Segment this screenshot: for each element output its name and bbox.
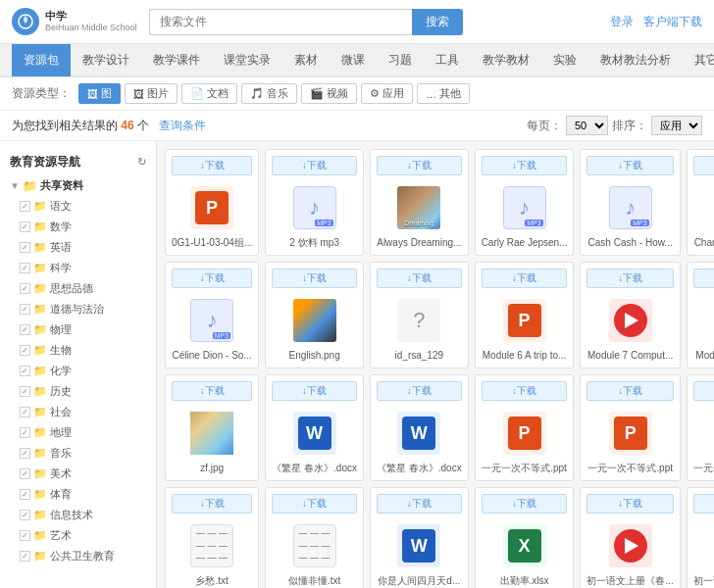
file-item[interactable]: ↓下载 ♪ MP3 Céline Dion - So... [165, 262, 259, 368]
sidebar-item-语文[interactable]: ✓📁语文 [0, 196, 156, 217]
sidebar-item-物理[interactable]: ✓📁物理 [0, 319, 156, 340]
sidebar-item-英语[interactable]: ✓📁英语 [0, 237, 156, 258]
download-button[interactable]: ↓下载 [272, 269, 357, 288]
file-item[interactable]: ↓下载 W Module1 My clas... [687, 262, 714, 368]
filter-bar: 资源类型： 🖼图🖼图片📄文档🎵音乐🎬视频⚙应用…其他 [0, 77, 714, 111]
nav-tab-11[interactable]: 其它 [683, 44, 714, 76]
download-button[interactable]: ↓下载 [172, 381, 252, 401]
sidebar-item-数学[interactable]: ✓📁数学 [0, 217, 156, 237]
refine-link[interactable]: 查询条件 [159, 118, 206, 134]
file-item[interactable]: ↓下载 P 一元一次不等式.ppt [475, 374, 575, 481]
nav-tab-9[interactable]: 实验 [541, 44, 588, 76]
filter-btn-应用[interactable]: ⚙应用 [361, 83, 413, 104]
sidebar-item-公共卫生教育[interactable]: ✓📁公共卫生教育 [0, 546, 156, 566]
filter-btn-音乐[interactable]: 🎵音乐 [241, 83, 297, 104]
file-item[interactable]: ↓下载 一元一次不等式组... [687, 374, 714, 481]
file-name: zf.jpg [172, 462, 252, 474]
file-item[interactable]: ↓下载 ♪ MP3 2 饮料 mp3 [265, 149, 364, 256]
file-item[interactable]: ↓下载 zf.jpg [165, 374, 259, 481]
download-button[interactable]: ↓下载 [377, 494, 462, 514]
file-item[interactable]: ↓下载 初一语文上册《春... [580, 487, 680, 588]
sidebar-item-科学[interactable]: ✓📁科学 [0, 258, 156, 278]
filter-btn-图片[interactable]: 🖼图片 [125, 83, 178, 104]
sidebar-item-信息技术[interactable]: ✓📁信息技术 [0, 505, 156, 525]
sidebar-refresh-icon[interactable]: ↻ [137, 156, 146, 169]
sidebar-item-社会[interactable]: ✓📁社会 [0, 402, 156, 422]
filter-btn-文档[interactable]: 📄文档 [181, 83, 237, 104]
file-item[interactable]: ↓下载 Dreaming Always Dreaming... [370, 149, 469, 256]
file-item[interactable]: ↓下载 W 《繁星 春水》.docx [370, 374, 469, 481]
file-item[interactable]: ↓下载 X 出勤率.xlsx [475, 487, 575, 588]
login-link[interactable]: 登录 [610, 14, 634, 30]
sidebar-item-化学[interactable]: ✓📁化学 [0, 361, 156, 381]
download-button[interactable]: ↓下载 [482, 381, 568, 401]
filter-btn-视频[interactable]: 🎬视频 [301, 83, 357, 104]
download-button[interactable]: ↓下载 [172, 156, 252, 175]
sidebar-item-地理[interactable]: ✓📁地理 [0, 422, 156, 443]
nav-tab-3[interactable]: 课堂实录 [212, 44, 282, 76]
sidebar-item-美术[interactable]: ✓📁美术 [0, 464, 156, 484]
sidebar-item-道德与法治[interactable]: ✓📁道德与法治 [0, 299, 156, 319]
sidebar-item-体育[interactable]: ✓📁体育 [0, 484, 156, 505]
nav-tab-7[interactable]: 工具 [424, 44, 471, 76]
download-button[interactable]: ↓下载 [693, 494, 714, 514]
file-item[interactable]: ↓下载 P 一元一次不等式.ppt [580, 374, 680, 481]
sidebar-item-音乐[interactable]: ✓📁音乐 [0, 443, 156, 464]
nav-tab-1[interactable]: 教学设计 [71, 44, 141, 76]
nav-tab-8[interactable]: 教学教材 [471, 44, 541, 76]
sidebar-item-艺术[interactable]: ✓📁艺术 [0, 525, 156, 546]
file-item[interactable]: ↓下载 ♪ MP3 Cash Cash - How... [580, 149, 680, 256]
download-button[interactable]: ↓下载 [272, 381, 357, 401]
file-item[interactable]: ↓下载 P 0G1-U1-03-04组... [165, 149, 259, 256]
file-item[interactable]: ↓下载 ? id_rsa_129 [370, 262, 469, 368]
nav-tab-6[interactable]: 习题 [377, 44, 424, 76]
download-button[interactable]: ↓下载 [172, 494, 252, 514]
file-thumbnail: ♪ MP3 [187, 296, 236, 345]
search-button[interactable]: 搜索 [412, 9, 463, 35]
file-item[interactable]: ↓下载 W 《繁星 春水》.docx [265, 374, 364, 481]
sort-select[interactable]: 应用 [651, 116, 702, 135]
nav-tab-5[interactable]: 微课 [330, 44, 377, 76]
filter-btn-其他[interactable]: …其他 [417, 83, 470, 104]
download-button[interactable]: ↓下载 [586, 156, 673, 175]
download-button[interactable]: ↓下载 [482, 156, 568, 175]
filter-btn-图[interactable]: 🖼图 [78, 83, 121, 104]
per-page-select[interactable]: 50 [566, 116, 608, 135]
download-button[interactable]: ↓下载 [482, 494, 568, 514]
download-button[interactable]: ↓下载 [172, 269, 252, 288]
sidebar-item-生物[interactable]: ✓📁生物 [0, 340, 156, 361]
nav-tab-4[interactable]: 素材 [282, 44, 330, 76]
download-button[interactable]: ↓下载 [586, 269, 673, 288]
main-layout: 教育资源导航 ↻ ▼📁共享资料✓📁语文✓📁数学✓📁英语✓📁科学✓📁思想品德✓📁道… [0, 141, 714, 588]
download-button[interactable]: ↓下载 [377, 381, 462, 401]
content-area: ↓下载 P 0G1-U1-03-04组... ↓下载 ♪ MP3 2 饮料 mp… [157, 141, 714, 588]
file-item[interactable]: ↓下载 — — —— — —— — — 乡愁.txt [165, 487, 259, 588]
download-button[interactable]: ↓下载 [272, 494, 357, 514]
download-button[interactable]: ↓下载 [482, 269, 568, 288]
search-input[interactable] [149, 9, 412, 35]
download-button[interactable]: ↓下载 [693, 269, 714, 288]
nav-tab-10[interactable]: 教材教法分析 [588, 44, 683, 76]
nav-tab-2[interactable]: 教学课件 [141, 44, 212, 76]
file-item[interactable]: ↓下载 ♪ MP3 Carly Rae Jepsen... [475, 149, 575, 256]
sidebar-item-历史[interactable]: ✓📁历史 [0, 381, 156, 402]
file-item[interactable]: ↓下载 初一语文上册《济... [687, 487, 714, 588]
download-button[interactable]: ↓下载 [586, 494, 673, 514]
sidebar-item-思想品德[interactable]: ✓📁思想品德 [0, 278, 156, 299]
download-button[interactable]: ↓下载 [586, 381, 673, 401]
download-button[interactable]: ↓下载 [693, 156, 714, 175]
download-button[interactable]: ↓下载 [272, 156, 357, 175]
download-button[interactable]: ↓下载 [377, 269, 462, 288]
file-item[interactable]: ↓下载 ♪ MP3 Chance - Right W... [687, 149, 714, 256]
sidebar-item-shared[interactable]: ▼📁共享资料 [0, 175, 156, 196]
file-item[interactable]: ↓下载 English.png [265, 262, 364, 368]
download-button[interactable]: ↓下载 [377, 156, 462, 175]
nav-tab-0[interactable]: 资源包 [12, 44, 71, 76]
file-item[interactable]: ↓下载 Module 7 Comput... [580, 262, 680, 368]
logo: 中学 BeiHuan Middle School [12, 8, 137, 35]
download-client-link[interactable]: 客户端下载 [643, 14, 702, 30]
file-item[interactable]: ↓下载 W 你是人间四月天d... [370, 487, 469, 588]
download-button[interactable]: ↓下载 [693, 381, 714, 401]
file-item[interactable]: ↓下载 P Module 6 A trip to... [475, 262, 575, 368]
file-item[interactable]: ↓下载 — — —— — —— — — 似懂非懂.txt [265, 487, 364, 588]
